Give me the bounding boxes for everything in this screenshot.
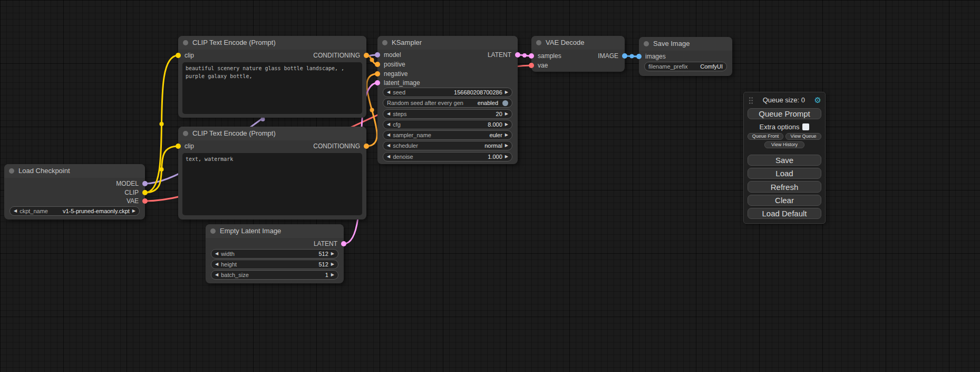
combo-right-arrow-icon[interactable]: ▶ [331,260,334,269]
input-socket-positive[interactable] [375,62,380,67]
output-socket-conditioning[interactable] [364,144,369,149]
queue-buttons-row: Queue Front View Queue [748,133,821,140]
node-title-bar[interactable]: KSampler [377,36,518,50]
drag-handle-icon[interactable] [749,96,753,104]
input-socket-negative[interactable] [375,71,380,77]
input-socket-samples[interactable] [529,53,534,59]
combo-left-arrow-icon[interactable]: ◀ [387,110,390,118]
combo-left-arrow-icon[interactable]: ◀ [215,271,218,279]
input-socket-clip[interactable] [176,144,181,149]
node-title-bar[interactable]: CLIP Text Encode (Prompt) [178,36,366,50]
slot-label: samples [538,52,561,60]
combo-left-arrow-icon[interactable]: ◀ [215,250,218,258]
combo-right-arrow-icon[interactable]: ▶ [505,131,508,139]
node-title-bar[interactable]: Empty Latent Image [206,224,344,238]
output-socket-vae[interactable] [142,198,148,204]
output-socket-clip[interactable] [142,190,148,195]
combo-right-arrow-icon[interactable]: ▶ [505,120,508,129]
input-socket-latent-image[interactable] [375,80,380,85]
node-clip-text-encode-negative[interactable]: CLIP Text Encode (Prompt) clip CONDITION… [178,127,366,220]
combo-right-arrow-icon[interactable]: ▶ [331,271,334,279]
combo-right-arrow-icon[interactable]: ▶ [505,141,508,150]
slot-label: negative [384,70,407,78]
combo-right-arrow-icon[interactable]: ▶ [505,88,508,97]
combo-left-arrow-icon[interactable]: ◀ [387,88,390,97]
load-button[interactable]: Load [748,168,821,179]
clear-button[interactable]: Clear [748,195,821,206]
collapse-dot-icon[interactable] [536,40,541,45]
widget-cfg[interactable]: ◀ cfg 8.000 ▶ [383,120,512,129]
combo-left-arrow-icon[interactable]: ◀ [215,260,218,269]
widget-ckpt-name[interactable]: ◀ ckpt_name v1-5-pruned-emaonly.ckpt ▶ [9,206,140,216]
node-clip-text-encode-positive[interactable]: CLIP Text Encode (Prompt) clip CONDITION… [178,36,366,118]
combo-left-arrow-icon[interactable]: ◀ [387,141,390,150]
node-load-checkpoint[interactable]: Load Checkpoint MODEL CLIP VAE ◀ ckpt_na… [4,164,145,220]
prompt-textarea[interactable]: text, watermark [182,153,362,215]
queue-prompt-button[interactable]: Queue Prompt [748,108,821,119]
settings-gear-icon[interactable]: ⚙ [814,96,821,104]
output-socket-conditioning[interactable] [364,53,369,58]
output-slot-conditioning: CONDITIONING [313,51,369,60]
node-title-bar[interactable]: Load Checkpoint [4,164,145,178]
collapse-dot-icon[interactable] [183,131,188,136]
widget-steps[interactable]: ◀ steps 20 ▶ [383,109,512,119]
combo-right-arrow-icon[interactable]: ▶ [505,152,508,161]
input-slot-negative: negative [375,69,407,79]
node-title: KSampler [392,39,422,46]
widget-random-seed-toggle[interactable]: Random seed after every gen enabled [383,98,512,108]
input-socket-model[interactable] [375,52,380,58]
output-slot-latent: LATENT [488,50,520,60]
prompt-textarea[interactable]: beautiful scenery nature glass bottle la… [182,62,362,114]
collapse-dot-icon[interactable] [183,40,188,45]
collapse-dot-icon[interactable] [210,228,216,234]
toggle-knob-icon[interactable] [502,100,508,106]
save-button[interactable]: Save [748,155,821,166]
widget-value: 8.000 [403,121,502,128]
slot-label: VAE [127,197,139,205]
widget-seed[interactable]: ◀ seed 156680208700286 ▶ [383,88,512,97]
output-socket-latent[interactable] [341,241,346,246]
combo-right-arrow-icon[interactable]: ▶ [132,207,135,215]
combo-left-arrow-icon[interactable]: ◀ [14,207,17,215]
combo-right-arrow-icon[interactable]: ▶ [505,110,508,118]
widget-label: steps [393,111,406,117]
output-socket-latent[interactable] [515,52,520,58]
queue-front-button[interactable]: Queue Front [748,133,783,140]
node-graph-canvas[interactable]: Load Checkpoint MODEL CLIP VAE ◀ ckpt_na… [0,0,980,372]
extra-options-checkbox[interactable] [802,123,809,130]
widget-denoise[interactable]: ◀ denoise 1.000 ▶ [383,152,512,161]
collapse-dot-icon[interactable] [382,40,387,45]
input-socket-vae[interactable] [529,63,534,68]
extra-options-label: Extra options [760,123,800,131]
widget-scheduler[interactable]: ◀ scheduler normal ▶ [383,141,512,150]
combo-left-arrow-icon[interactable]: ◀ [387,120,390,129]
widget-filename-prefix[interactable]: filename_prefix ComfyUI [644,62,727,71]
output-socket-image[interactable] [622,53,627,59]
view-queue-button[interactable]: View Queue [785,133,821,140]
refresh-button[interactable]: Refresh [748,181,821,192]
node-title-bar[interactable]: CLIP Text Encode (Prompt) [178,127,366,140]
combo-right-arrow-icon[interactable]: ▶ [331,250,334,258]
collapse-dot-icon[interactable] [9,168,14,174]
node-empty-latent-image[interactable]: Empty Latent Image LATENT ◀ width 512 ▶ … [206,224,344,283]
load-default-button[interactable]: Load Default [748,208,821,219]
widget-height[interactable]: ◀ height 512 ▶ [211,260,338,269]
widget-sampler-name[interactable]: ◀ sampler_name euler ▶ [383,130,512,140]
slot-label: clip [185,142,194,150]
input-socket-clip[interactable] [176,53,181,58]
node-ksampler[interactable]: KSampler model positive negative latent_… [377,36,518,164]
input-socket-images[interactable] [636,54,642,59]
widget-batch-size[interactable]: ◀ batch_size 1 ▶ [211,270,338,280]
view-history-button[interactable]: View History [764,141,804,148]
node-vae-decode[interactable]: VAE Decode samples vae IMAGE [531,36,625,72]
combo-left-arrow-icon[interactable]: ◀ [387,131,390,139]
node-title-bar[interactable]: VAE Decode [531,36,625,50]
node-title-bar[interactable]: Save Image [639,37,732,51]
node-save-image[interactable]: Save Image images filename_prefix ComfyU… [639,37,732,76]
output-socket-model[interactable] [142,181,148,186]
widget-value: 1 [251,272,328,278]
widget-width[interactable]: ◀ width 512 ▶ [211,249,338,259]
collapse-dot-icon[interactable] [644,41,649,46]
combo-left-arrow-icon[interactable]: ◀ [387,152,390,161]
slot-label: CLIP [124,189,139,196]
